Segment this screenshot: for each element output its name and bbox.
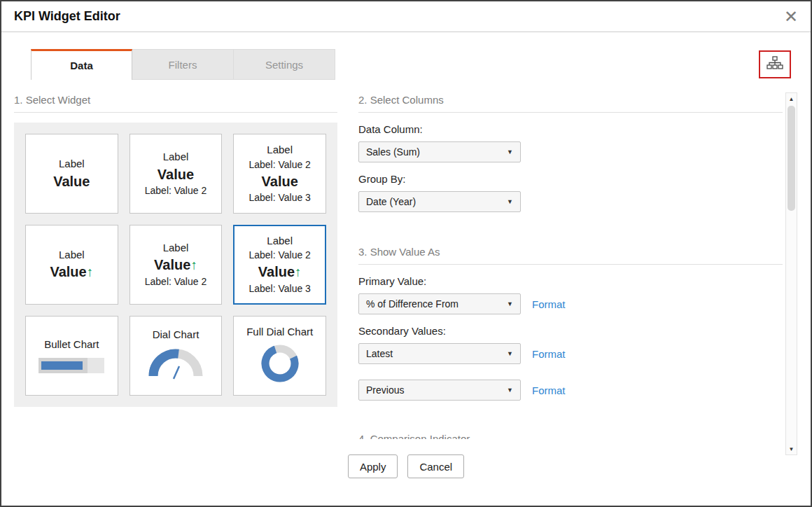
secondary-format-link-2[interactable]: Format <box>532 384 566 396</box>
dial-chart-graphic <box>148 347 204 383</box>
widget-card-line: Label: Value 2 <box>145 275 206 289</box>
widget-card-title: Dial Chart <box>153 328 200 340</box>
comparison-indicator-heading-cutoff: 4. Comparison Indicator <box>358 433 783 439</box>
show-value-as-heading: 3. Show Value As <box>358 246 783 265</box>
group-by-value: Date (Year) <box>366 196 416 207</box>
cancel-button[interactable]: Cancel <box>407 454 464 478</box>
tab-bar: Data Filters Settings <box>1 49 811 80</box>
data-column-label: Data Column: <box>358 123 783 135</box>
widget-card-dial-chart[interactable]: Dial Chart <box>130 316 223 396</box>
widget-grid: Label Value Label Value Label: Value 2 L… <box>14 123 337 407</box>
org-chart-icon <box>766 56 783 73</box>
select-columns-heading: 2. Select Columns <box>358 94 783 113</box>
widget-card-line: Label: Value 2 <box>145 184 206 197</box>
columns-panel: 2. Select Columns Data Column: Sales (Su… <box>358 94 783 441</box>
dialog-content: 1. Select Widget Label Value Label Value… <box>1 80 811 441</box>
widget-card-line: Value↑ <box>154 256 197 275</box>
widget-card-value-arrow-sub[interactable]: Label Value↑ Label: Value 2 <box>130 225 223 305</box>
widget-card-title: Full Dial Chart <box>246 326 313 338</box>
widget-card-line: Label <box>267 143 293 157</box>
tab-filters[interactable]: Filters <box>132 49 234 80</box>
widget-card-value-sub[interactable]: Label Value Label: Value 2 <box>130 134 223 214</box>
close-icon[interactable]: ✕ <box>784 8 798 25</box>
group-by-label: Group By: <box>358 173 783 185</box>
widget-tree-button[interactable] <box>759 50 791 78</box>
primary-value-label: Primary Value: <box>358 275 783 287</box>
chevron-down-icon: ▼ <box>507 148 513 155</box>
scroll-up-icon[interactable]: ▲ <box>786 93 797 104</box>
scrollbar-thumb[interactable] <box>788 106 795 211</box>
up-arrow-icon: ↑ <box>190 258 197 272</box>
up-arrow-icon: ↑ <box>87 265 94 279</box>
chevron-down-icon: ▼ <box>507 198 513 205</box>
select-widget-heading: 1. Select Widget <box>14 94 337 113</box>
full-dial-chart-graphic <box>260 344 300 386</box>
widget-card-bullet-chart[interactable]: Bullet Chart <box>25 316 118 396</box>
select-widget-panel: 1. Select Widget Label Value Label Value… <box>14 94 337 441</box>
widget-card-line: Label <box>267 234 293 248</box>
apply-button[interactable]: Apply <box>348 454 398 478</box>
widget-card-label-value[interactable]: Label Value <box>25 134 118 214</box>
widget-card-line: Label: Value 2 <box>248 249 310 262</box>
widget-card-line: Label <box>59 248 85 262</box>
widget-card-line: Value <box>158 165 194 183</box>
primary-value-value: % of Difference From <box>366 298 458 310</box>
group-by-select[interactable]: Date (Year) ▼ <box>358 191 521 212</box>
widget-card-line: Value↑ <box>258 263 302 282</box>
dialog-title: KPI Widget Editor <box>14 9 120 24</box>
chevron-down-icon: ▼ <box>507 300 513 307</box>
secondary-value-1: Latest <box>366 348 393 359</box>
data-column-value: Sales (Sum) <box>366 146 420 158</box>
tab-settings[interactable]: Settings <box>234 49 335 80</box>
bullet-chart-graphic <box>38 358 104 373</box>
widget-card-line: Value <box>53 172 90 190</box>
secondary-value-1-select[interactable]: Latest ▼ <box>358 343 521 364</box>
dialog-footer: Apply Cancel <box>1 441 811 492</box>
widget-card-title: Bullet Chart <box>44 338 99 350</box>
widget-card-line: Label: Value 3 <box>248 282 310 296</box>
widget-card-line: Label: Value 3 <box>248 191 310 204</box>
secondary-format-link-1[interactable]: Format <box>532 348 566 360</box>
scroll-down-icon[interactable]: ▼ <box>786 443 797 454</box>
secondary-value-2: Previous <box>366 384 404 396</box>
widget-card-line: Value <box>262 172 298 190</box>
widget-card-line: Label <box>163 150 189 164</box>
scrollbar-track[interactable] <box>786 104 797 443</box>
widget-card-full-dial-chart[interactable]: Full Dial Chart <box>233 316 326 396</box>
primary-format-link[interactable]: Format <box>532 298 566 310</box>
widget-card-value-two-subs[interactable]: Label Label: Value 2 Value Label: Value … <box>233 134 326 214</box>
tab-data[interactable]: Data <box>31 49 132 80</box>
widget-card-line: Value↑ <box>50 263 93 282</box>
primary-value-select[interactable]: % of Difference From ▼ <box>358 293 521 314</box>
chevron-down-icon: ▼ <box>507 350 513 357</box>
up-arrow-icon: ↑ <box>295 265 302 279</box>
secondary-values-label: Secondary Values: <box>358 325 783 337</box>
widget-card-line: Label: Value 2 <box>248 158 310 172</box>
widget-card-value-arrow[interactable]: Label Value↑ <box>25 225 118 305</box>
titlebar: KPI Widget Editor ✕ <box>1 1 811 32</box>
data-column-select[interactable]: Sales (Sum) ▼ <box>358 141 521 162</box>
kpi-widget-editor-dialog: KPI Widget Editor ✕ Data Filters Setting… <box>0 0 812 507</box>
secondary-value-2-select[interactable]: Previous ▼ <box>358 380 521 401</box>
widget-card-line: Label <box>163 241 189 255</box>
widget-card-line: Label <box>59 157 85 171</box>
widget-card-value-arrow-two-subs-selected[interactable]: Label Label: Value 2 Value↑ Label: Value… <box>233 225 326 305</box>
vertical-scrollbar[interactable]: ▲ ▼ <box>785 92 797 455</box>
chevron-down-icon: ▼ <box>507 387 513 394</box>
